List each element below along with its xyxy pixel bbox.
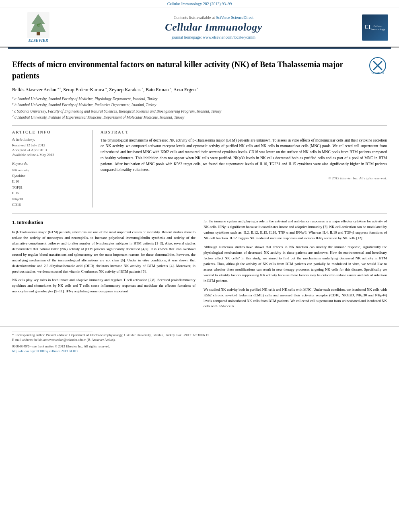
article-info-column: ARTICLE INFO Article history: Received 1… [12, 130, 93, 208]
received-date: Received 12 July 2012 [12, 143, 86, 147]
body-columns: 1. Introduction In β-Thalassemia major (… [12, 214, 387, 312]
keyword-il10: IL10 [12, 179, 86, 184]
article-info-heading: ARTICLE INFO [12, 130, 86, 134]
keyword-cd16: CD16 [12, 202, 86, 207]
crossmark-section[interactable]: CrossMark [369, 55, 387, 76]
article-title: Effects of micro environmental factors o… [12, 59, 358, 81]
svg-text:CrossMark: CrossMark [371, 71, 384, 74]
ci-logo-section: CI CellularImmunology [359, 14, 391, 41]
elsevier-tree-icon: 🌿 [27, 12, 49, 38]
journal-title: Cellular Immunology [68, 21, 359, 33]
footnote-divider [12, 331, 93, 331]
affiliation-a: a a Istanbul University, Istanbul Facult… [12, 96, 387, 102]
history-label: Article history: [12, 138, 86, 142]
sciverse-text: Contents lists available at SciVerse Sci… [68, 15, 359, 20]
email-note: E-mail address: belkis.atasever.arslan@u… [12, 338, 387, 342]
affiliation-d: d d Istanbul University, Institute of Ex… [12, 114, 387, 120]
journal-homepage: journal homepage: www.elsevier.com/locat… [68, 35, 359, 39]
affiliation-c: c c Sabanci University, Faculty of Engin… [12, 108, 387, 114]
section1-title: 1. Introduction [12, 219, 195, 226]
intro-para-1: In β-Thalassemia major (BTM) patients, i… [12, 230, 195, 275]
elsevier-logo-section: 🌿 ELSEVIER [8, 12, 68, 43]
authors-line: Belkis Atasever Arslan a,*, Serap Erdem-… [12, 86, 387, 93]
ci-logo: CI CellularImmunology [362, 14, 388, 41]
right-para-1: for the immune system and playing a role… [204, 219, 387, 241]
affiliations: a a Istanbul University, Istanbul Facult… [12, 96, 387, 121]
keyword-nkp30: NKp30 [12, 196, 86, 202]
title-row: Effects of micro environmental factors o… [12, 55, 387, 86]
keyword-il15: IL15 [12, 190, 86, 196]
journal-citation: Cellular Immunology 282 (2013) 93–99 [0, 0, 399, 8]
main-content: Effects of micro environmental factors o… [0, 49, 399, 318]
keywords-label: Keywords: [12, 162, 86, 166]
elsevier-label: ELSEVIER [29, 38, 48, 43]
affiliation-b: b b Istanbul University, Istanbul Facult… [12, 102, 387, 108]
copyright-line: © 2013 Elsevier Inc. All rights reserved… [101, 176, 387, 180]
body-right-column: for the immune system and playing a role… [204, 219, 387, 312]
abstract-heading: ABSTRACT [101, 130, 387, 134]
corresponding-author-note: * Corresponding author. Present address:… [12, 333, 387, 337]
footer: * Corresponding author. Present address:… [0, 327, 399, 353]
keyword-nk-activity: NK activity [12, 167, 86, 173]
doi-line[interactable]: http://dx.doi.org/10.1016/j.cellimm.2013… [12, 349, 387, 353]
body-left-column: 1. Introduction In β-Thalassemia major (… [12, 219, 195, 312]
citation-text: Cellular Immunology 282 (2013) 93–99 [167, 2, 232, 6]
abstract-text: The physiological mechanisms of decrease… [101, 138, 387, 173]
abstract-column: ABSTRACT The physiological mechanisms of… [101, 130, 387, 208]
right-para-3: We studied NK activity both in purified … [204, 287, 387, 310]
accepted-date: Accepted 24 April 2013 [12, 148, 86, 152]
keywords-section: Keywords: NK activity Cytokine IL10 TGFβ… [12, 162, 86, 208]
info-abstract-section: ARTICLE INFO Article history: Received 1… [12, 125, 387, 208]
journal-header: 🌿 ELSEVIER Contents lists available at S… [0, 8, 399, 47]
available-date: Available online 4 May 2013 [12, 153, 86, 157]
crossmark-icon[interactable]: CrossMark [369, 57, 387, 75]
journal-center-header: Contents lists available at SciVerse Sci… [68, 15, 359, 39]
keyword-cytokine: Cytokine [12, 173, 86, 179]
issn-line: 0008-8749/$ - see front matter © 2013 El… [12, 344, 387, 348]
right-para-2: Although numerous studies have shown tha… [204, 244, 387, 284]
svg-rect-3 [37, 32, 40, 35]
keyword-tgfb1: TGFβ1 [12, 185, 86, 190]
intro-para-2: NK cells play key roles in both innate a… [12, 277, 195, 294]
footer-bottom: 0008-8749/$ - see front matter © 2013 El… [12, 344, 387, 353]
